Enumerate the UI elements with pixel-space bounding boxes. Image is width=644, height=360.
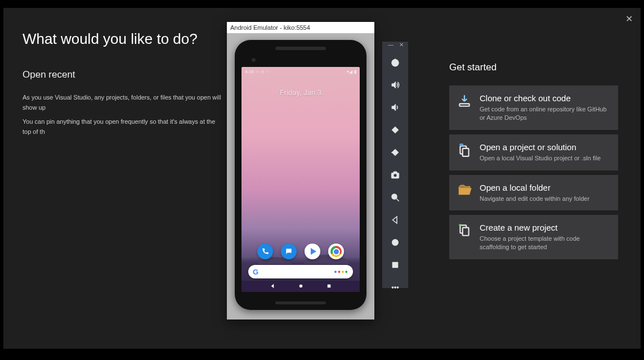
svg-rect-4 <box>463 228 469 236</box>
screenshot-button[interactable] <box>382 169 408 181</box>
open-project-icon <box>457 142 472 157</box>
tile-subtitle: Open a local Visual Studio project or .s… <box>480 154 610 163</box>
status-square-icon: ▫ <box>266 69 268 74</box>
google-search-bar[interactable]: G ●●●● <box>248 265 353 278</box>
back-button[interactable] <box>270 281 276 291</box>
play-store-app-icon[interactable] <box>305 244 320 259</box>
battery-icon: ▮ <box>354 69 356 74</box>
tile-title: Create a new project <box>480 223 610 232</box>
app-dock <box>242 244 360 259</box>
status-diamond-icon: ◇ <box>261 69 264 74</box>
new-file-icon <box>457 223 472 237</box>
android-overview-button[interactable] <box>382 259 408 271</box>
tile-subtitle: Get code from an online repository like … <box>480 105 610 122</box>
emulator-window[interactable]: Android Emulator - kiko:5554 4:19 ○ ◇ ▫ … <box>227 22 374 320</box>
download-icon <box>457 93 472 108</box>
app-frame: ✕ What would you like to do? Open recent… <box>0 0 644 360</box>
svg-rect-10 <box>392 150 399 156</box>
tile-title: Open a project or solution <box>480 142 610 152</box>
status-time: 4:19 <box>245 69 254 74</box>
front-camera-icon <box>252 58 256 62</box>
recent-help-text-2: You can pin anything that you open frequ… <box>23 117 225 137</box>
svg-rect-19 <box>393 263 398 268</box>
svg-point-20 <box>392 287 393 289</box>
messages-app-icon[interactable] <box>281 244 297 259</box>
tile-new-project[interactable]: Create a new project Choose a project te… <box>449 215 618 259</box>
svg-line-15 <box>396 199 399 201</box>
svg-point-22 <box>397 287 399 289</box>
svg-rect-6 <box>327 285 330 288</box>
left-column: What would you like to do? Open recent A… <box>23 30 225 141</box>
homescreen-date: Friday, Jan 3 <box>242 88 360 97</box>
chrome-app-icon[interactable] <box>328 244 344 259</box>
rotate-right-button[interactable] <box>382 146 408 159</box>
android-nav-bar <box>242 281 360 292</box>
android-home-button[interactable] <box>382 236 408 249</box>
svg-point-5 <box>299 285 302 288</box>
more-options-button[interactable] <box>382 281 408 294</box>
tile-open-project[interactable]: Open a project or solution Open a local … <box>449 134 618 170</box>
status-dot-icon: ○ <box>256 69 259 74</box>
home-button[interactable] <box>298 281 304 291</box>
tile-title: Open a local folder <box>480 183 610 192</box>
get-started-heading: Get started <box>449 62 618 73</box>
get-started-column: Get started Clone or check out code Get … <box>449 62 618 264</box>
phone-screen[interactable]: 4:19 ○ ◇ ▫ ▾◢ ▮ Friday, Jan 3 <box>242 67 360 292</box>
status-bar: 4:19 ○ ◇ ▫ ▾◢ ▮ <box>242 67 360 76</box>
close-button[interactable]: ✕ <box>625 14 633 24</box>
open-recent-heading: Open recent <box>23 69 225 80</box>
power-button[interactable] <box>382 56 408 69</box>
tile-title: Clone or check out code <box>480 93 610 103</box>
page-title: What would you like to do? <box>23 30 225 48</box>
tile-subtitle: Choose a project template with code scaf… <box>480 235 610 251</box>
svg-point-12 <box>393 174 397 177</box>
android-back-button[interactable] <box>382 214 408 226</box>
recents-button[interactable] <box>326 281 332 291</box>
folder-open-icon <box>457 183 472 197</box>
minimize-button[interactable]: — <box>387 42 395 48</box>
tile-subtitle: Navigate and edit code within any folder <box>480 195 610 203</box>
tile-clone-checkout[interactable]: Clone or check out code Get code from an… <box>449 86 618 130</box>
google-logo-icon: G <box>253 268 258 276</box>
volume-down-button[interactable] <box>382 101 408 114</box>
phone-app-icon[interactable] <box>257 244 273 259</box>
svg-rect-9 <box>392 127 399 133</box>
svg-rect-13 <box>393 172 397 173</box>
volume-up-button[interactable] <box>382 79 408 91</box>
svg-point-18 <box>392 240 399 246</box>
assistant-icon[interactable]: ●●●● <box>334 269 348 274</box>
signal-icon: ▾◢ <box>347 69 352 74</box>
emulator-titlebar[interactable]: Android Emulator - kiko:5554 <box>227 22 374 33</box>
svg-rect-2 <box>463 148 469 156</box>
emulator-toolbar: — ✕ <box>382 42 408 288</box>
close-emulator-button[interactable]: ✕ <box>398 42 405 48</box>
svg-rect-0 <box>459 104 469 106</box>
phone-frame: 4:19 ○ ◇ ▫ ▾◢ ▮ Friday, Jan 3 <box>235 40 366 310</box>
recent-help-text: As you use Visual Studio, any projects, … <box>23 93 225 112</box>
svg-point-21 <box>395 287 396 289</box>
rotate-left-button[interactable] <box>382 124 408 136</box>
zoom-button[interactable] <box>382 191 408 204</box>
tile-open-folder[interactable]: Open a local folder Navigate and edit co… <box>449 175 618 211</box>
